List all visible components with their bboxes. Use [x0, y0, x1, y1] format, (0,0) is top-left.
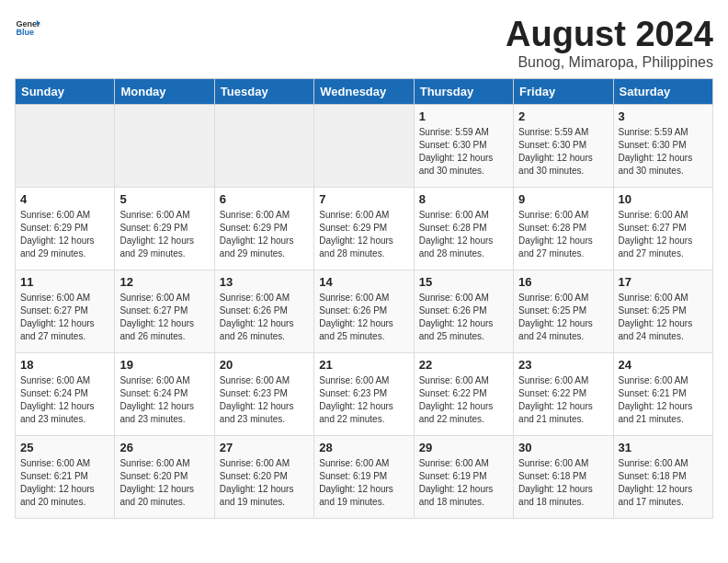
weekday-header-row: SundayMondayTuesdayWednesdayThursdayFrid…	[16, 79, 713, 105]
day-number: 11	[20, 275, 109, 289]
day-cell: 14Sunrise: 6:00 AM Sunset: 6:26 PM Dayli…	[314, 270, 414, 353]
day-number: 18	[20, 358, 109, 372]
day-number: 3	[619, 109, 708, 123]
day-info: Sunrise: 6:00 AM Sunset: 6:29 PM Dayligh…	[319, 209, 408, 260]
day-number: 26	[119, 441, 209, 454]
day-info: Sunrise: 6:00 AM Sunset: 6:22 PM Dayligh…	[518, 374, 608, 426]
day-number: 2	[518, 109, 608, 123]
day-info: Sunrise: 6:00 AM Sunset: 6:21 PM Dayligh…	[619, 374, 708, 426]
day-cell: 18Sunrise: 6:00 AM Sunset: 6:24 PM Dayli…	[16, 353, 115, 436]
day-number: 14	[319, 275, 408, 289]
day-cell: 4Sunrise: 6:00 AM Sunset: 6:29 PM Daylig…	[16, 188, 115, 270]
weekday-header-monday: Monday	[115, 79, 214, 105]
logo-icon: General Blue	[15, 15, 40, 40]
day-cell: 26Sunrise: 6:00 AM Sunset: 6:20 PM Dayli…	[115, 436, 214, 519]
week-row-0: 1Sunrise: 5:59 AM Sunset: 6:30 PM Daylig…	[16, 105, 713, 188]
day-info: Sunrise: 6:00 AM Sunset: 6:23 PM Dayligh…	[319, 374, 408, 426]
day-number: 9	[518, 192, 608, 206]
day-info: Sunrise: 5:59 AM Sunset: 6:30 PM Dayligh…	[518, 126, 608, 178]
weekday-header-saturday: Saturday	[613, 79, 712, 105]
day-info: Sunrise: 6:00 AM Sunset: 6:26 PM Dayligh…	[220, 292, 309, 343]
day-cell: 7Sunrise: 6:00 AM Sunset: 6:29 PM Daylig…	[314, 188, 414, 270]
day-info: Sunrise: 6:00 AM Sunset: 6:22 PM Dayligh…	[419, 374, 508, 426]
day-info: Sunrise: 6:00 AM Sunset: 6:25 PM Dayligh…	[518, 292, 608, 343]
day-number: 23	[518, 358, 608, 372]
weekday-header-tuesday: Tuesday	[214, 79, 313, 105]
day-number: 21	[319, 358, 408, 372]
day-cell: 9Sunrise: 6:00 AM Sunset: 6:28 PM Daylig…	[514, 188, 613, 270]
day-number: 20	[220, 358, 309, 372]
day-number: 6	[220, 192, 309, 206]
header: General Blue August 2024 Bunog, Mimaropa…	[15, 15, 713, 71]
subtitle: Bunog, Mimaropa, Philippines	[506, 54, 713, 71]
calendar-table: SundayMondayTuesdayWednesdayThursdayFrid…	[15, 78, 713, 519]
day-cell: 12Sunrise: 6:00 AM Sunset: 6:27 PM Dayli…	[115, 270, 214, 353]
day-number: 15	[419, 275, 508, 289]
day-cell: 23Sunrise: 6:00 AM Sunset: 6:22 PM Dayli…	[514, 353, 613, 436]
day-number: 24	[619, 358, 708, 372]
day-cell: 3Sunrise: 5:59 AM Sunset: 6:30 PM Daylig…	[613, 105, 712, 188]
day-cell: 21Sunrise: 6:00 AM Sunset: 6:23 PM Dayli…	[314, 353, 414, 436]
day-cell: 13Sunrise: 6:00 AM Sunset: 6:26 PM Dayli…	[214, 270, 313, 353]
day-cell: 31Sunrise: 6:00 AM Sunset: 6:18 PM Dayli…	[613, 436, 712, 519]
day-number: 31	[619, 441, 708, 454]
day-number: 22	[419, 358, 508, 372]
day-number: 27	[220, 441, 309, 454]
day-number: 10	[619, 192, 708, 206]
day-info: Sunrise: 6:00 AM Sunset: 6:24 PM Dayligh…	[20, 374, 109, 426]
day-info: Sunrise: 6:00 AM Sunset: 6:21 PM Dayligh…	[20, 457, 109, 509]
day-number: 12	[119, 275, 209, 289]
day-info: Sunrise: 6:00 AM Sunset: 6:29 PM Dayligh…	[119, 209, 209, 260]
day-cell: 15Sunrise: 6:00 AM Sunset: 6:26 PM Dayli…	[414, 270, 513, 353]
day-info: Sunrise: 6:00 AM Sunset: 6:29 PM Dayligh…	[220, 209, 309, 260]
day-number: 7	[319, 192, 408, 206]
main-title: August 2024	[506, 15, 713, 54]
day-info: Sunrise: 6:00 AM Sunset: 6:18 PM Dayligh…	[518, 457, 608, 509]
title-area: August 2024 Bunog, Mimaropa, Philippines	[506, 15, 713, 71]
day-info: Sunrise: 6:00 AM Sunset: 6:27 PM Dayligh…	[20, 292, 109, 343]
day-number: 13	[220, 275, 309, 289]
week-row-2: 11Sunrise: 6:00 AM Sunset: 6:27 PM Dayli…	[16, 270, 713, 353]
day-number: 8	[419, 192, 508, 206]
weekday-header-thursday: Thursday	[414, 79, 513, 105]
week-row-3: 18Sunrise: 6:00 AM Sunset: 6:24 PM Dayli…	[16, 353, 713, 436]
day-info: Sunrise: 6:00 AM Sunset: 6:28 PM Dayligh…	[419, 209, 508, 260]
day-number: 28	[319, 441, 408, 454]
day-number: 16	[518, 275, 608, 289]
day-number: 30	[518, 441, 608, 454]
day-info: Sunrise: 6:00 AM Sunset: 6:25 PM Dayligh…	[619, 292, 708, 343]
day-cell: 2Sunrise: 5:59 AM Sunset: 6:30 PM Daylig…	[514, 105, 613, 188]
day-info: Sunrise: 6:00 AM Sunset: 6:27 PM Dayligh…	[619, 209, 708, 260]
day-cell	[16, 105, 115, 188]
day-info: Sunrise: 5:59 AM Sunset: 6:30 PM Dayligh…	[619, 126, 708, 178]
day-cell	[115, 105, 214, 188]
day-cell: 22Sunrise: 6:00 AM Sunset: 6:22 PM Dayli…	[414, 353, 513, 436]
day-cell: 11Sunrise: 6:00 AM Sunset: 6:27 PM Dayli…	[16, 270, 115, 353]
day-number: 1	[419, 109, 508, 123]
day-cell: 29Sunrise: 6:00 AM Sunset: 6:19 PM Dayli…	[414, 436, 513, 519]
day-info: Sunrise: 6:00 AM Sunset: 6:20 PM Dayligh…	[119, 457, 209, 509]
weekday-header-wednesday: Wednesday	[314, 79, 414, 105]
day-cell: 10Sunrise: 6:00 AM Sunset: 6:27 PM Dayli…	[613, 188, 712, 270]
day-info: Sunrise: 6:00 AM Sunset: 6:27 PM Dayligh…	[119, 292, 209, 343]
svg-text:Blue: Blue	[16, 28, 34, 37]
day-info: Sunrise: 6:00 AM Sunset: 6:24 PM Dayligh…	[119, 374, 209, 426]
day-cell: 30Sunrise: 6:00 AM Sunset: 6:18 PM Dayli…	[514, 436, 613, 519]
day-cell: 27Sunrise: 6:00 AM Sunset: 6:20 PM Dayli…	[214, 436, 313, 519]
day-info: Sunrise: 6:00 AM Sunset: 6:20 PM Dayligh…	[220, 457, 309, 509]
day-info: Sunrise: 6:00 AM Sunset: 6:23 PM Dayligh…	[220, 374, 309, 426]
day-cell: 16Sunrise: 6:00 AM Sunset: 6:25 PM Dayli…	[514, 270, 613, 353]
day-cell: 25Sunrise: 6:00 AM Sunset: 6:21 PM Dayli…	[16, 436, 115, 519]
week-row-4: 25Sunrise: 6:00 AM Sunset: 6:21 PM Dayli…	[16, 436, 713, 519]
day-cell: 19Sunrise: 6:00 AM Sunset: 6:24 PM Dayli…	[115, 353, 214, 436]
day-cell: 24Sunrise: 6:00 AM Sunset: 6:21 PM Dayli…	[613, 353, 712, 436]
week-row-1: 4Sunrise: 6:00 AM Sunset: 6:29 PM Daylig…	[16, 188, 713, 270]
day-info: Sunrise: 6:00 AM Sunset: 6:28 PM Dayligh…	[518, 209, 608, 260]
day-cell: 17Sunrise: 6:00 AM Sunset: 6:25 PM Dayli…	[613, 270, 712, 353]
weekday-header-friday: Friday	[514, 79, 613, 105]
day-cell: 5Sunrise: 6:00 AM Sunset: 6:29 PM Daylig…	[115, 188, 214, 270]
day-cell	[314, 105, 414, 188]
day-number: 4	[20, 192, 109, 206]
day-number: 5	[119, 192, 209, 206]
day-number: 29	[419, 441, 508, 454]
